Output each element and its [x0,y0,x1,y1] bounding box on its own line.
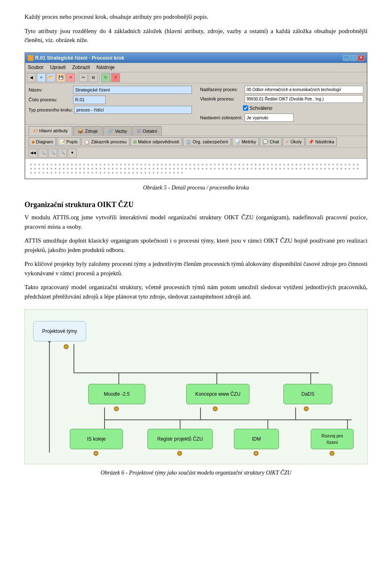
cislo-row: Číslo procesu: R.01 [29,96,192,104]
toolbar-back[interactable]: ◀ [27,73,36,82]
nastaveni-label: Nastavení zobrazení: [200,114,243,121]
dot [87,172,89,174]
toolbar-refresh[interactable]: ↻ [101,73,110,82]
org-icon: 🏢 [186,138,192,145]
dot [71,172,73,174]
caption-1: Obrázek 5 - Detail procesu / procesního … [24,183,368,192]
close-button[interactable]: ✕ [358,55,364,61]
dot [263,164,265,165]
tab-vazby[interactable]: 🔗 Vazby [103,126,132,136]
action-diagram[interactable]: ◆ Diagram [29,137,56,147]
dot [181,164,183,165]
vlastnik-row: Vlastník procesu: 99930.01 Ředitel OIKT … [200,95,363,103]
dot [96,168,97,169]
schvaleno-label: Schváleno [249,105,272,112]
tab-zdroje[interactable]: 📦 Zdroje [73,126,102,136]
connector-dads [304,406,309,411]
node-dads: DaDS [283,384,332,404]
action-org-label: Org. zabezpečení [193,138,228,145]
dot [353,164,354,165]
tab-hlavni-label: Hlavní atributy [39,127,68,134]
dot [271,168,273,169]
dot [140,164,142,165]
nazev-row: Název: Strategické řízení [29,86,192,94]
action-metriky[interactable]: 📊 Metriky [232,137,259,147]
toolbar-cancel[interactable]: ✕ [111,73,120,82]
dot [349,168,350,169]
dot [34,172,36,174]
dot [42,172,44,174]
menu-soubor[interactable]: Soubor [28,64,44,71]
minimize-button[interactable]: _ [343,55,350,61]
toolbar-save[interactable]: 💾 [56,73,65,82]
dot [112,172,114,174]
dot [136,168,138,169]
tab-hlavni[interactable]: 🏷 Hlavní atributy [29,126,72,136]
schvaleno-checkbox[interactable] [243,105,248,111]
dot [238,168,240,169]
action-ukoly-label: Úkoly [290,138,302,145]
dot [198,164,199,165]
dot [145,168,146,169]
typ-value: proces - řídící [74,106,192,114]
toolbar-delete[interactable]: ✕ [66,73,75,82]
dot [251,168,252,169]
dot [279,168,281,169]
dot [120,168,122,169]
paragraph-2: Tyto atributy jsou rozděleny do 4 základ… [24,27,368,45]
dot-pattern [28,161,364,176]
left-fields: Název: Strategické řízení Číslo procesu:… [29,86,192,122]
action-ukoly[interactable]: ✓ Úkoly [283,137,305,147]
toolbar-open[interactable]: 📂 [47,73,56,82]
dot [189,168,191,169]
action-nastенka[interactable]: 📌 Nástěnka [305,137,337,147]
toolbar-cut[interactable]: ✂ [79,73,88,82]
dot [96,172,97,174]
menu-nastroje[interactable]: Nástroje [96,64,115,71]
action-popis[interactable]: 📝 Popis [57,137,81,147]
tb2-btn1[interactable]: ◀◀ [29,149,38,158]
dot [161,168,163,169]
toolbar-new[interactable]: + [37,73,46,82]
action-chat[interactable]: 💬 Chat [260,137,282,147]
action-org[interactable]: 🏢 Org. zabezpečení [183,137,231,147]
heading-org-struktura: Organizační struktura OIKT ČZU [24,199,368,210]
dot [47,164,48,165]
paragraph-takto: Takto zpracovaný model organizační struk… [24,283,368,301]
right-fields: Nadřazený proces: 00 Odbor informačních … [200,86,363,122]
dot [243,164,244,165]
dot [177,172,179,174]
dot [132,168,134,169]
action-matice[interactable]: ⊞ Matice odpovědnosti [130,137,182,147]
tb2-btn2[interactable]: 🔍 [38,149,47,158]
tb2-btn5[interactable]: ▼ [68,149,77,158]
dot [304,164,305,165]
dot [149,168,150,169]
dot [357,164,359,165]
dot [83,168,85,169]
tab-ostatni[interactable]: ☑ Ostatní [132,126,161,136]
dot [283,168,285,169]
dot [153,164,154,165]
nastaveni-value: Je vypnuto [245,114,294,122]
caption-2: Obrázek 6 - Projektové týmy jako součást… [24,468,368,477]
dot [296,168,297,169]
dot [132,164,134,165]
dot [75,164,77,165]
dot [124,168,126,169]
dot [124,164,126,165]
menu-upravit[interactable]: Upravit [50,64,66,71]
dot [63,168,65,169]
maximize-button[interactable]: □ [350,55,357,61]
dot [324,164,326,165]
action-zakaznik[interactable]: 📋 Zákazník procesu [81,137,129,147]
action-matice-label: Matice odpovědnosti [138,138,179,145]
menu-zobrazit[interactable]: Zobrazit [72,64,90,71]
dot [120,172,122,174]
tb2-btn3[interactable]: 🔍 [48,149,57,158]
dot [267,168,269,169]
toolbar-copy[interactable]: ⧉ [89,73,98,82]
dot [218,164,220,165]
dot [259,164,261,165]
tb2-btn4[interactable]: 🔍 [58,149,67,158]
